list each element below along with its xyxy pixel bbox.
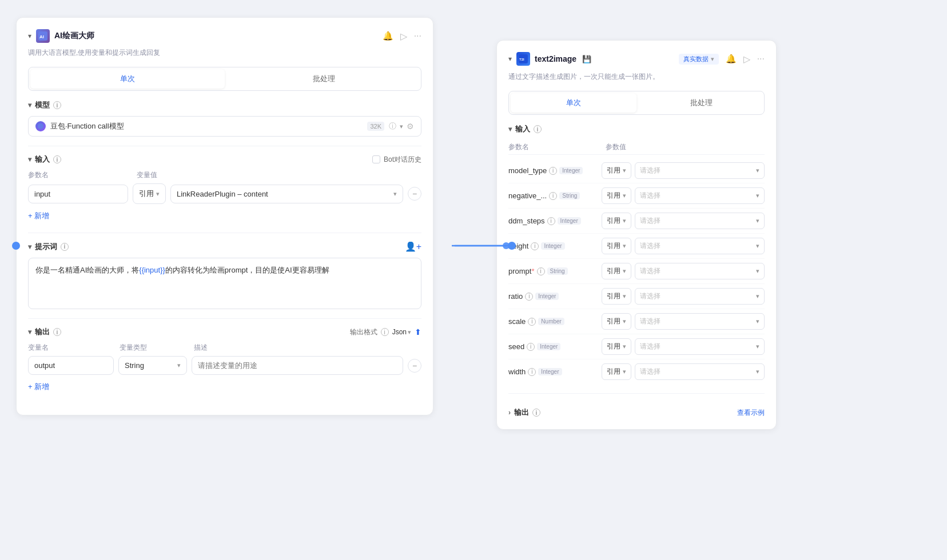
param-value-7[interactable]: 请选择 ▾ bbox=[635, 338, 765, 355]
input-ref-select-0[interactable]: 引用 ▾ bbox=[133, 183, 166, 204]
output-type-select-0[interactable]: String ▾ bbox=[118, 356, 187, 375]
export-icon[interactable]: ⬆ bbox=[415, 327, 421, 337]
input-value-chevron-0: ▾ bbox=[393, 190, 397, 198]
param-type-5: Integer bbox=[535, 293, 559, 300]
param-info-8[interactable]: i bbox=[528, 368, 536, 376]
divider-1 bbox=[28, 146, 421, 146]
output-type-chevron: ▾ bbox=[177, 362, 181, 369]
right-more-icon[interactable]: ··· bbox=[757, 54, 765, 64]
param-value-0[interactable]: 请选择 ▾ bbox=[635, 162, 765, 179]
input-collapse-icon[interactable]: ▾ bbox=[28, 155, 31, 163]
right-play-icon[interactable]: ▷ bbox=[743, 54, 750, 65]
left-bell-icon[interactable]: 🔔 bbox=[383, 31, 393, 41]
output-col-headers: 变量名 变量类型 描述 bbox=[28, 343, 421, 353]
right-collapse-icon[interactable]: ▾ bbox=[508, 55, 512, 63]
right-tab-batch[interactable]: 批处理 bbox=[638, 91, 764, 114]
input-section-header: ▾ 输入 i Bot对话历史 bbox=[28, 154, 421, 165]
left-tab-single[interactable]: 单次 bbox=[30, 69, 225, 89]
param-value-6[interactable]: 请选择 ▾ bbox=[635, 313, 765, 330]
left-collapse-icon[interactable]: ▾ bbox=[28, 32, 31, 40]
input-info-icon[interactable]: i bbox=[53, 155, 61, 163]
left-more-icon[interactable]: ··· bbox=[414, 31, 421, 41]
param-name-6: scale i Number bbox=[508, 317, 597, 326]
output-desc-field-0[interactable] bbox=[192, 356, 403, 375]
model-size-badge: 32K bbox=[367, 122, 384, 131]
prompt-user-icon[interactable]: 👤+ bbox=[405, 241, 421, 252]
param-controls-8: 引用 ▾ 请选择 ▾ bbox=[602, 363, 765, 380]
right-input-title-text: 输入 bbox=[515, 124, 530, 134]
param-ref-3[interactable]: 引用 ▾ bbox=[602, 238, 631, 254]
param-controls-3: 引用 ▾ 请选择 ▾ bbox=[602, 238, 765, 254]
input-name-field-0[interactable] bbox=[28, 185, 128, 203]
param-info-5[interactable]: i bbox=[525, 293, 533, 301]
param-ref-1[interactable]: 引用 ▾ bbox=[602, 187, 631, 204]
param-ref-6[interactable]: 引用 ▾ bbox=[602, 313, 631, 330]
param-row-5: ratio i Integer 引用 ▾ 请选择 ▾ bbox=[508, 284, 765, 309]
param-ref-0[interactable]: 引用 ▾ bbox=[602, 162, 631, 179]
output-collapse-icon[interactable]: ▾ bbox=[28, 328, 31, 336]
param-value-1[interactable]: 请选择 ▾ bbox=[635, 187, 765, 204]
right-bell-icon[interactable]: 🔔 bbox=[726, 54, 737, 64]
model-select[interactable]: 豆包·Function call模型 32K ⓘ ▾ ⚙ bbox=[28, 116, 421, 137]
right-input-collapse[interactable]: ▾ bbox=[508, 125, 512, 133]
view-example-btn[interactable]: 查看示例 bbox=[737, 408, 765, 418]
right-input-info[interactable]: i bbox=[534, 125, 542, 133]
left-play-icon[interactable]: ▷ bbox=[400, 31, 407, 42]
param-row-4: prompt* i String 引用 ▾ 请选择 ▾ bbox=[508, 259, 765, 284]
output-add-btn[interactable]: + 新增 bbox=[28, 379, 49, 394]
output-remove-btn-0[interactable]: − bbox=[408, 359, 421, 373]
right-output-info[interactable]: i bbox=[532, 409, 540, 417]
model-action-icons: ⓘ ▾ ⚙ bbox=[389, 121, 414, 131]
model-collapse-icon[interactable]: ▾ bbox=[28, 101, 31, 109]
prompt-info-icon[interactable]: i bbox=[61, 243, 69, 251]
param-info-3[interactable]: i bbox=[531, 242, 539, 250]
param-info-1[interactable]: i bbox=[549, 192, 557, 200]
param-value-2[interactable]: 请选择 ▾ bbox=[635, 213, 765, 229]
param-value-8[interactable]: 请选择 ▾ bbox=[635, 363, 765, 380]
prompt-collapse-icon[interactable]: ▾ bbox=[28, 243, 31, 251]
divider-2 bbox=[28, 233, 421, 233]
param-name-2: ddm_steps i Integer bbox=[508, 217, 597, 225]
param-ref-8[interactable]: 引用 ▾ bbox=[602, 363, 631, 380]
output-name-field-0[interactable] bbox=[28, 356, 114, 375]
output-title-text: 输出 bbox=[35, 327, 50, 337]
left-tab-batch[interactable]: 批处理 bbox=[226, 67, 421, 90]
model-info-btn[interactable]: ⓘ bbox=[389, 121, 396, 131]
output-format-info[interactable]: i bbox=[381, 328, 389, 336]
param-ref-4[interactable]: 引用 ▾ bbox=[602, 263, 631, 279]
param-info-6[interactable]: i bbox=[528, 318, 536, 326]
right-save-icon[interactable]: 💾 bbox=[582, 55, 591, 63]
param-type-3: Integer bbox=[541, 242, 564, 250]
divider-3 bbox=[28, 318, 421, 319]
output-section-title: ▾ 输出 i bbox=[28, 327, 61, 337]
model-settings-icon[interactable]: ⚙ bbox=[407, 122, 414, 131]
col-param-header: 参数名 bbox=[28, 170, 131, 180]
param-info-7[interactable]: i bbox=[527, 343, 535, 351]
param-value-4[interactable]: 请选择 ▾ bbox=[635, 263, 765, 279]
param-value-5[interactable]: 请选择 ▾ bbox=[635, 288, 765, 305]
model-dropdown-icon[interactable]: ▾ bbox=[400, 123, 403, 130]
input-remove-btn-0[interactable]: − bbox=[408, 187, 421, 201]
output-format-value[interactable]: Json ▾ bbox=[392, 328, 411, 336]
bot-history-checkbox-label[interactable]: Bot对话历史 bbox=[372, 155, 421, 165]
right-tab-single[interactable]: 单次 bbox=[511, 93, 636, 113]
param-info-0[interactable]: i bbox=[549, 167, 557, 175]
data-badge[interactable]: 真实数据 ▾ bbox=[679, 54, 719, 65]
param-ref-7[interactable]: 引用 ▾ bbox=[602, 338, 631, 355]
output-info-icon[interactable]: i bbox=[53, 328, 61, 336]
param-ref-5[interactable]: 引用 ▾ bbox=[602, 288, 631, 305]
bot-history-checkbox[interactable] bbox=[372, 155, 380, 163]
output-col-vartype: 变量类型 bbox=[120, 343, 188, 353]
param-name-7: seed i Integer bbox=[508, 342, 597, 351]
input-add-btn[interactable]: + 新增 bbox=[28, 209, 49, 223]
param-value-3[interactable]: 请选择 ▾ bbox=[635, 238, 765, 254]
param-info-2[interactable]: i bbox=[547, 217, 555, 225]
input-value-select-0[interactable]: LinkReaderPlugin – content ▾ bbox=[170, 185, 403, 203]
model-info-icon[interactable]: i bbox=[53, 101, 61, 109]
left-node-icon: AI bbox=[36, 29, 50, 43]
right-output-expand-icon[interactable]: › bbox=[508, 409, 511, 417]
param-ref-2[interactable]: 引用 ▾ bbox=[602, 213, 631, 229]
param-controls-2: 引用 ▾ 请选择 ▾ bbox=[602, 213, 765, 229]
param-info-4[interactable]: i bbox=[537, 267, 545, 275]
right-card-actions: 真实数据 ▾ 🔔 ▷ ··· bbox=[679, 54, 765, 65]
